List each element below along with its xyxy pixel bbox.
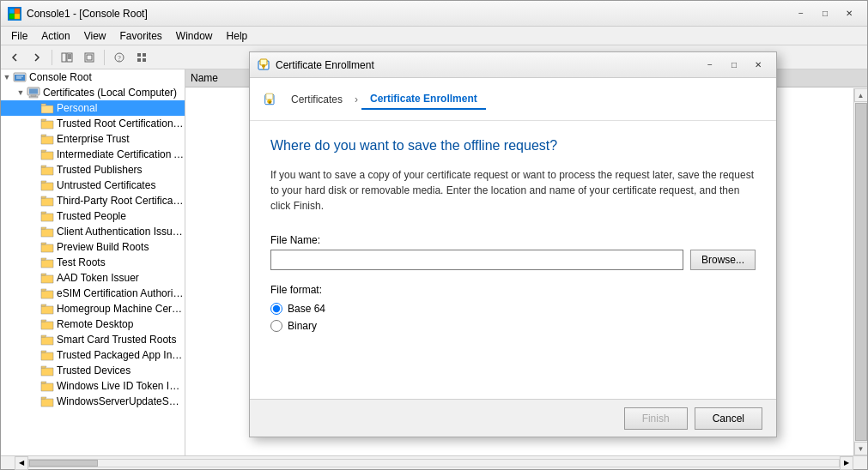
tree-item-label: Test Roots bbox=[57, 256, 106, 268]
dialog-minimize-button[interactable]: − bbox=[699, 57, 721, 74]
tree-item[interactable]: Remote Desktop bbox=[1, 316, 185, 332]
console-icon bbox=[13, 71, 27, 83]
expand-placeholder bbox=[28, 195, 40, 207]
tree-item-label: Certificates (Local Computer) bbox=[43, 87, 177, 99]
svg-rect-24 bbox=[29, 97, 38, 99]
tree-item[interactable]: ▼ Console Root bbox=[1, 69, 185, 85]
menu-view[interactable]: View bbox=[77, 28, 113, 44]
scroll-right-button[interactable]: ▶ bbox=[840, 456, 853, 470]
up-button[interactable] bbox=[79, 48, 100, 67]
dialog-close-button[interactable]: ✕ bbox=[747, 57, 769, 74]
tab-enrollment[interactable]: Certificate Enrollment bbox=[361, 89, 486, 110]
tree-item[interactable]: Trusted Root Certification A... bbox=[1, 116, 185, 131]
tree-item[interactable]: Trusted Packaged App Inst... bbox=[1, 347, 185, 363]
menu-favorites[interactable]: Favorites bbox=[113, 28, 169, 44]
scroll-track[interactable] bbox=[28, 459, 840, 467]
computer-icon bbox=[27, 87, 40, 99]
tree-item[interactable]: Homegroup Machine Certi... bbox=[1, 301, 185, 316]
tree-item-label: Trusted Publishers bbox=[57, 164, 143, 176]
expand-placeholder bbox=[28, 334, 40, 346]
cancel-button[interactable]: Cancel bbox=[695, 407, 762, 430]
tree-item-label: Windows Live ID Token Issu... bbox=[57, 380, 185, 392]
svg-rect-3 bbox=[15, 14, 20, 19]
maximize-button[interactable]: □ bbox=[814, 5, 836, 22]
radio-binary[interactable] bbox=[270, 320, 282, 332]
tree-item[interactable]: Trusted People bbox=[1, 208, 185, 224]
tree-item-label: Enterprise Trust bbox=[57, 133, 130, 145]
tree-item-label: eSIM Certification Authoriti... bbox=[57, 287, 185, 299]
tree-item[interactable]: Personal bbox=[1, 100, 185, 116]
browse-button[interactable]: Browse... bbox=[690, 250, 756, 270]
show-hide-button[interactable] bbox=[57, 48, 77, 67]
horizontal-scrollbar: ◀ ▶ bbox=[1, 455, 867, 469]
expand-placeholder bbox=[28, 164, 40, 176]
svg-rect-0 bbox=[9, 9, 15, 14]
scroll-thumb[interactable] bbox=[855, 103, 867, 441]
expand-placeholder bbox=[28, 256, 40, 268]
svg-text:?: ? bbox=[118, 54, 121, 62]
close-button[interactable]: ✕ bbox=[838, 5, 860, 22]
tree-item[interactable]: WindowsServerUpdateServi... bbox=[1, 394, 185, 409]
svg-rect-18 bbox=[15, 75, 25, 81]
radio-binary-label[interactable]: Binary bbox=[288, 320, 317, 332]
tree-item[interactable]: Client Authentication Issue... bbox=[1, 224, 185, 239]
tree-item[interactable]: Third-Party Root Certificati... bbox=[1, 193, 185, 208]
back-button[interactable] bbox=[4, 48, 25, 67]
menu-file[interactable]: File bbox=[4, 28, 34, 44]
radio-base64[interactable] bbox=[270, 303, 282, 315]
tree-item-label: Client Authentication Issue... bbox=[57, 226, 185, 238]
expand-placeholder bbox=[28, 380, 40, 392]
tree-item-label: Third-Party Root Certificati... bbox=[57, 195, 185, 207]
tree-item[interactable]: Windows Live ID Token Issu... bbox=[1, 378, 185, 394]
toolbar-separator-2 bbox=[104, 50, 105, 65]
tree-item[interactable]: Trusted Publishers bbox=[1, 162, 185, 178]
app-icon bbox=[8, 7, 21, 21]
tree-item[interactable]: Enterprise Trust bbox=[1, 131, 185, 147]
folder-icon bbox=[40, 256, 54, 268]
minimize-button[interactable]: − bbox=[790, 5, 812, 22]
menu-help[interactable]: Help bbox=[220, 28, 255, 44]
tree-item[interactable]: AAD Token Issuer bbox=[1, 270, 185, 286]
tree-item[interactable]: Smart Card Trusted Roots bbox=[1, 332, 185, 347]
expand-placeholder bbox=[28, 210, 40, 222]
forward-button[interactable] bbox=[27, 48, 47, 67]
tree-item[interactable]: Preview Build Roots bbox=[1, 239, 185, 255]
folder-icon bbox=[40, 349, 54, 361]
collapse-icon[interactable]: ▼ bbox=[1, 71, 13, 83]
wizard-cert-icon: ★ bbox=[264, 93, 277, 106]
scroll-down-arrow[interactable]: ▼ bbox=[854, 442, 868, 455]
dialog-maximize-button[interactable]: □ bbox=[723, 57, 745, 74]
right-scrollbar[interactable]: ▲ ▼ bbox=[853, 88, 867, 455]
scroll-thumb-h[interactable] bbox=[29, 460, 98, 467]
finish-button[interactable]: Finish bbox=[624, 407, 688, 430]
dialog-controls: − □ ✕ bbox=[699, 57, 769, 74]
tree-item-label: Trusted People bbox=[57, 210, 126, 222]
svg-rect-30 bbox=[266, 93, 273, 99]
tree-item-label: Intermediate Certification A... bbox=[57, 148, 185, 160]
menu-action[interactable]: Action bbox=[34, 28, 76, 44]
folder-icon bbox=[40, 365, 54, 377]
dialog-content: Where do you want to save the offline re… bbox=[250, 121, 776, 399]
help-button[interactable]: ? bbox=[109, 48, 130, 67]
scroll-left-button[interactable]: ◀ bbox=[15, 456, 28, 470]
expand-placeholder bbox=[28, 241, 40, 253]
tree-item[interactable]: Trusted Devices bbox=[1, 363, 185, 378]
collapse-icon[interactable]: ▼ bbox=[15, 87, 27, 99]
svg-rect-1 bbox=[15, 9, 20, 14]
grid-button[interactable] bbox=[131, 48, 152, 67]
tree-item[interactable]: Untrusted Certificates bbox=[1, 178, 185, 193]
tree-item-label: Preview Build Roots bbox=[57, 241, 149, 253]
tree-item[interactable]: Test Roots bbox=[1, 255, 185, 270]
file-name-input[interactable] bbox=[270, 250, 683, 270]
svg-rect-15 bbox=[137, 58, 141, 62]
tree-item[interactable]: ▼ Certificates (Local Computer) bbox=[1, 85, 185, 100]
svg-rect-10 bbox=[87, 55, 92, 60]
tab-certificates[interactable]: Certificates bbox=[282, 90, 351, 109]
tree-item[interactable]: eSIM Certification Authoriti... bbox=[1, 286, 185, 301]
menu-window[interactable]: Window bbox=[169, 28, 220, 44]
tree-item[interactable]: Intermediate Certification A... bbox=[1, 147, 185, 162]
radio-base64-label[interactable]: Base 64 bbox=[288, 303, 325, 315]
folder-icon bbox=[40, 148, 54, 160]
svg-rect-16 bbox=[143, 58, 146, 62]
scroll-up-arrow[interactable]: ▲ bbox=[854, 88, 868, 102]
